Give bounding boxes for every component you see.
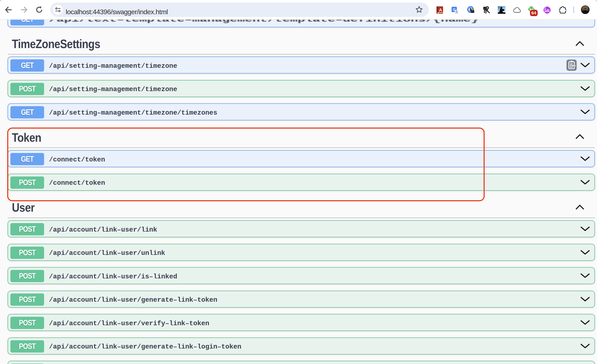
svg-text:文: 文 [455, 10, 458, 14]
svg-text:R: R [546, 8, 550, 13]
svg-text:64: 64 [531, 10, 536, 15]
svg-text:A: A [439, 8, 442, 12]
